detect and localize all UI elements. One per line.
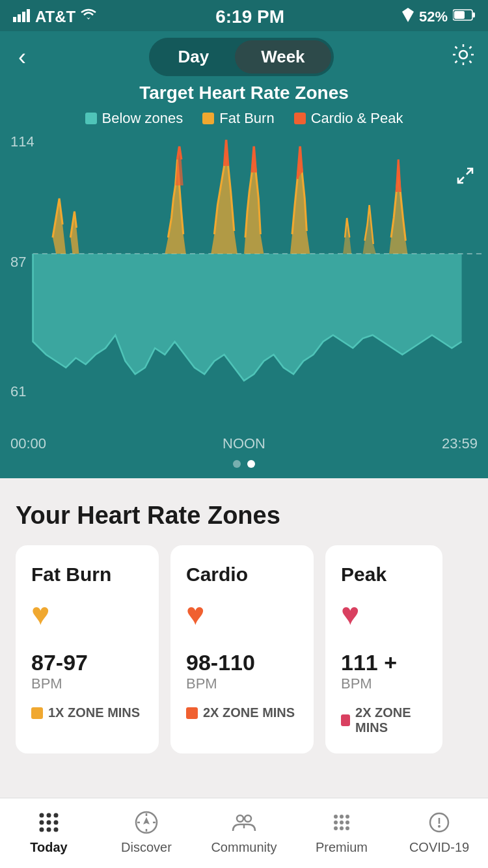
svg-point-36 [340, 826, 344, 830]
svg-point-11 [40, 813, 44, 818]
legend-fat-burn: Fat Burn [202, 110, 274, 127]
svg-point-13 [54, 813, 59, 818]
svg-rect-5 [472, 12, 475, 18]
fat-burn-heart-icon: ♥ [31, 596, 143, 632]
svg-rect-0 [13, 17, 16, 22]
nav-today[interactable]: Today [10, 809, 88, 855]
status-battery: 52% [402, 8, 475, 26]
svg-point-19 [54, 828, 59, 832]
bottom-nav: Today Discover Community [0, 798, 488, 868]
svg-rect-6 [454, 11, 465, 19]
time-noon: NOON [223, 435, 265, 452]
zones-section: Your Heart Rate Zones Fat Burn ♥ 87-97 B… [0, 478, 488, 838]
chart-section: ‹ Day Week Target Heart Rate Zones Below… [0, 31, 488, 478]
peak-heart-icon: ♥ [341, 596, 427, 632]
battery-percent: 52% [419, 8, 448, 25]
covid-icon [426, 809, 453, 836]
cardio-peak-label: Cardio & Peak [311, 110, 403, 127]
fat-burn-range: 87-97 [31, 650, 143, 675]
svg-point-35 [334, 826, 338, 830]
week-toggle-button[interactable]: Week [235, 40, 331, 74]
svg-rect-3 [27, 9, 30, 22]
svg-point-26 [237, 815, 243, 822]
peak-zone-mins: 2X ZONE MINS [341, 705, 427, 735]
nav-covid19[interactable]: COVID-19 [400, 809, 478, 855]
cardio-card-title: Cardio [186, 563, 298, 586]
status-bar: AT&T 6:19 PM 52% [0, 0, 488, 31]
battery-icon [453, 8, 475, 25]
time-start: 00:00 [10, 435, 46, 452]
cardio-heart-icon: ♥ [186, 596, 298, 632]
fat-burn-dot [202, 113, 214, 124]
fat-burn-card: Fat Burn ♥ 87-97 BPM 1X ZONE MINS [16, 545, 159, 753]
signal-icon [13, 8, 31, 26]
cardio-mins-dot [186, 707, 198, 719]
nav-community[interactable]: Community [205, 809, 283, 855]
cardio-peak-dot [294, 113, 306, 124]
chart-title: Target Heart Rate Zones [0, 83, 488, 103]
cardio-range: 98-110 [186, 650, 298, 675]
fat-burn-label: Fat Burn [219, 110, 274, 127]
heart-rate-chart: 114 87 61 [7, 133, 481, 433]
legend-cardio-peak: Cardio & Peak [294, 110, 403, 127]
nav-discover[interactable]: Discover [107, 809, 185, 855]
wifi-icon [79, 8, 98, 26]
fat-burn-mins-label: 1X ZONE MINS [48, 705, 140, 720]
peak-mins-dot [341, 714, 350, 726]
settings-button[interactable] [452, 43, 475, 71]
fat-burn-zone-mins: 1X ZONE MINS [31, 705, 143, 720]
location-icon [402, 8, 414, 26]
legend-below-zones: Below zones [85, 110, 183, 127]
below-zones-label: Below zones [102, 110, 183, 127]
y-label-61: 61 [10, 383, 26, 400]
svg-point-7 [459, 51, 467, 59]
svg-point-33 [340, 821, 344, 824]
chart-legend: Below zones Fat Burn Cardio & Peak [0, 110, 488, 127]
time-labels: 00:00 NOON 23:59 [0, 433, 488, 452]
peak-card: Peak ♥ 111 + BPM 2X ZONE MINS [325, 545, 442, 753]
time-end: 23:59 [442, 435, 478, 452]
peak-bpm-label: BPM [341, 675, 427, 692]
discover-label: Discover [121, 840, 172, 855]
cardio-card: Cardio ♥ 98-110 BPM 2X ZONE MINS [170, 545, 314, 753]
svg-rect-2 [22, 12, 25, 22]
nav-premium[interactable]: Premium [303, 809, 381, 855]
fat-burn-bpm-label: BPM [31, 675, 143, 692]
svg-point-40 [438, 825, 441, 828]
page-dot-2 [247, 460, 255, 468]
community-icon [230, 809, 258, 836]
svg-point-30 [340, 815, 344, 819]
svg-point-34 [346, 821, 349, 824]
day-toggle-button[interactable]: Day [152, 40, 235, 74]
y-label-87: 87 [10, 254, 26, 271]
zones-title: Your Heart Rate Zones [16, 502, 472, 530]
cardio-zone-mins: 2X ZONE MINS [186, 705, 298, 720]
peak-card-title: Peak [341, 563, 427, 586]
svg-point-16 [54, 821, 59, 825]
svg-point-29 [334, 815, 338, 819]
svg-point-12 [47, 813, 51, 818]
svg-point-18 [47, 828, 51, 832]
community-label: Community [211, 840, 277, 855]
premium-icon [328, 809, 355, 836]
peak-mins-label: 2X ZONE MINS [355, 705, 427, 735]
zone-cards: Fat Burn ♥ 87-97 BPM 1X ZONE MINS Cardio… [16, 545, 472, 753]
svg-point-32 [334, 821, 338, 824]
today-icon [35, 809, 62, 836]
discover-icon [133, 809, 160, 836]
status-carrier: AT&T [13, 8, 98, 26]
fat-burn-mins-dot [31, 707, 43, 719]
day-week-toggle: Day Week [149, 38, 333, 76]
y-label-114: 114 [10, 133, 34, 150]
svg-point-37 [346, 826, 349, 830]
back-button[interactable]: ‹ [13, 46, 31, 69]
svg-point-17 [40, 828, 44, 832]
below-zones-dot [85, 113, 97, 124]
status-time: 6:19 PM [215, 7, 284, 27]
svg-point-27 [245, 815, 251, 822]
chart-svg [7, 133, 481, 433]
header-controls: ‹ Day Week [0, 31, 488, 80]
page-dots [0, 460, 488, 468]
page-dot-1 [233, 460, 241, 468]
svg-point-31 [346, 815, 349, 819]
